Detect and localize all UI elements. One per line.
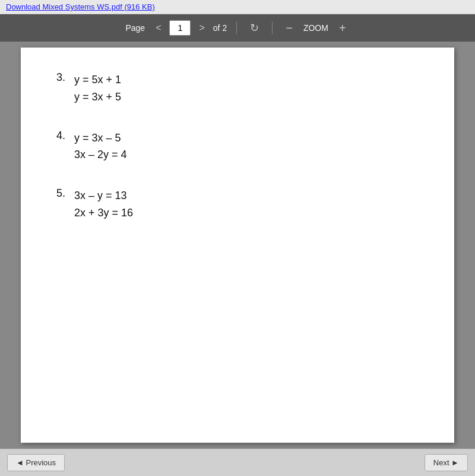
next-button[interactable]: Next ► (425, 454, 468, 471)
problem-3-number: 3. (56, 71, 71, 83)
problem-3-eq1: y = 5x + 1 (74, 71, 121, 89)
pdf-page: 3. y = 5x + 1 y = 3x + 5 4. y = 3x – 5 3… (21, 48, 454, 443)
zoom-out-button[interactable]: − (282, 20, 296, 36)
page-label: Page (125, 23, 145, 33)
zoom-label: ZOOM (303, 23, 328, 33)
problem-3: 3. y = 5x + 1 y = 3x + 5 (56, 71, 419, 106)
problem-4-eq2: 3x – 2y = 4 (74, 146, 127, 163)
problem-4-eq1: y = 3x – 5 (74, 130, 127, 147)
page-number-input[interactable] (169, 20, 191, 36)
problem-4-equations: y = 3x – 5 3x – 2y = 4 (74, 130, 127, 164)
problem-5-eq2: 2x + 3y = 16 (74, 204, 133, 222)
total-pages: of 2 (213, 23, 227, 33)
navigation-bar: ◄ Previous Next ► (0, 449, 475, 476)
pdf-toolbar: Page < > of 2 ↻ − ZOOM + (0, 14, 475, 42)
problem-4-number: 4. (56, 130, 71, 141)
toolbar-divider2 (272, 22, 273, 34)
problem-5-number: 5. (56, 187, 71, 199)
problem-3-eq2: y = 3x + 5 (74, 89, 121, 106)
reload-button[interactable]: ↻ (246, 20, 262, 36)
download-link[interactable]: Download Mixed Systems WS.pdf (916 KB) (0, 0, 475, 14)
zoom-in-button[interactable]: + (335, 20, 350, 36)
problem-3-equations: y = 5x + 1 y = 3x + 5 (74, 71, 121, 106)
problem-5-equations: 3x – y = 13 2x + 3y = 16 (74, 187, 133, 222)
toolbar-divider (236, 22, 237, 34)
problem-5-eq1: 3x – y = 13 (74, 187, 133, 204)
problem-4: 4. y = 3x – 5 3x – 2y = 4 (56, 130, 419, 164)
pdf-viewer: 3. y = 5x + 1 y = 3x + 5 4. y = 3x – 5 3… (0, 42, 475, 449)
previous-button[interactable]: ◄ Previous (7, 454, 65, 471)
prev-page-button[interactable]: < (152, 21, 164, 34)
next-page-button[interactable]: > (195, 21, 208, 34)
problem-5: 5. 3x – y = 13 2x + 3y = 16 (56, 187, 419, 222)
